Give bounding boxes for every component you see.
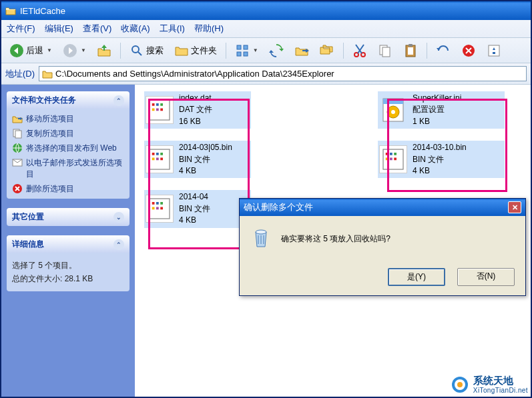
tasks-panel: 文件和文件夹任务 ⌃ 移动所选项目 复制所选项目 将选择的项目发布到 Web 以… xyxy=(7,91,129,199)
delete-icon xyxy=(12,183,23,194)
menu-view[interactable]: 查看(V) xyxy=(83,23,111,35)
back-button[interactable]: 后退 ▼ xyxy=(5,41,56,60)
task-move[interactable]: 移动所选项目 xyxy=(12,113,124,125)
svg-rect-17 xyxy=(15,131,21,138)
address-input[interactable]: C:\Documents and Settings\Administrator\… xyxy=(39,66,527,81)
chevron-down-icon: ▼ xyxy=(47,47,52,53)
svg-rect-50 xyxy=(386,158,388,161)
close-button[interactable]: ✕ xyxy=(508,201,521,213)
svg-rect-39 xyxy=(152,207,155,210)
task-email[interactable]: 以电子邮件形式发送所选项目 xyxy=(12,157,124,180)
separator xyxy=(343,43,344,59)
file-item[interactable]: SuperKiller.ini配置设置1 KB xyxy=(378,91,505,129)
move-to-button[interactable] xyxy=(290,41,313,60)
clipboard-icon xyxy=(403,43,418,58)
sidebar: 文件和文件夹任务 ⌃ 移动所选项目 复制所选项目 将选择的项目发布到 Web 以… xyxy=(1,85,135,397)
watermark-title: 系统天地 xyxy=(473,375,528,387)
menu-file[interactable]: 文件(F) xyxy=(7,23,35,35)
separator xyxy=(427,43,427,59)
svg-rect-22 xyxy=(152,103,155,106)
delete-icon xyxy=(461,43,476,58)
other-panel-header[interactable]: 其它位置 ⌄ xyxy=(7,208,129,226)
svg-rect-36 xyxy=(152,202,155,205)
undo-icon xyxy=(436,43,451,58)
task-publish[interactable]: 将选择的项目发布到 Web xyxy=(12,143,124,154)
cut-button[interactable] xyxy=(348,41,371,60)
collapse-icon: ⌃ xyxy=(113,95,124,106)
svg-rect-51 xyxy=(390,158,392,161)
move-icon xyxy=(12,113,23,124)
no-button[interactable]: 否(N) xyxy=(457,268,515,286)
task-label: 以电子邮件形式发送所选项目 xyxy=(26,157,124,180)
file-size: 16 KB xyxy=(179,116,212,127)
sync-button[interactable] xyxy=(265,41,288,60)
file-item[interactable]: index.datDAT 文件16 KB xyxy=(144,91,251,129)
mail-icon xyxy=(12,157,23,168)
svg-rect-30 xyxy=(156,153,159,155)
watermark-url: XiTongTianDi.net xyxy=(473,387,528,394)
menu-tools[interactable]: 工具(I) xyxy=(160,23,185,35)
menu-edit[interactable]: 编辑(E) xyxy=(45,23,73,35)
expand-icon: ⌄ xyxy=(113,212,124,223)
undo-button[interactable] xyxy=(432,41,455,60)
separator xyxy=(226,43,226,59)
svg-rect-38 xyxy=(160,202,163,205)
yes-button[interactable]: 是(Y) xyxy=(388,268,445,286)
sync-icon xyxy=(269,43,284,58)
other-title: 其它位置 xyxy=(12,211,44,223)
bin-file-icon xyxy=(146,145,174,173)
address-bar: 地址(D) C:\Documents and Settings\Administ… xyxy=(1,63,531,85)
scissors-icon xyxy=(352,43,367,58)
svg-rect-27 xyxy=(160,109,163,111)
task-delete[interactable]: 删除所选项目 xyxy=(12,183,124,195)
details-body: 选择了 5 个项目。 总的文件大小: 28.1 KB xyxy=(7,253,129,291)
details-size: 总的文件大小: 28.1 KB xyxy=(12,272,124,285)
svg-rect-33 xyxy=(156,158,159,161)
file-item[interactable]: 2014-03|05.binBIN 文件4 KB xyxy=(144,141,251,178)
svg-rect-31 xyxy=(160,153,163,155)
collapse-icon: ⌃ xyxy=(113,239,124,250)
copy-button[interactable] xyxy=(374,41,396,60)
copy-to-button[interactable] xyxy=(316,41,338,60)
dialog-message: 确实要将这 5 项放入回收站吗? xyxy=(281,233,390,245)
file-size: 4 KB xyxy=(413,165,467,177)
menu-help[interactable]: 帮助(H) xyxy=(194,23,224,35)
svg-rect-12 xyxy=(408,47,413,55)
views-icon xyxy=(235,43,250,58)
tasks-panel-header[interactable]: 文件和文件夹任务 ⌃ xyxy=(7,91,129,109)
folder-icon xyxy=(5,6,16,15)
title-bar[interactable]: IETldCache xyxy=(1,1,531,20)
file-item[interactable]: 2014-03-10.binBIN 文件4 KB xyxy=(378,141,505,178)
back-label: 后退 xyxy=(26,45,43,57)
folders-button[interactable]: 文件夹 xyxy=(170,41,221,60)
task-copy[interactable]: 复制所选项目 xyxy=(12,128,124,139)
file-type: BIN 文件 xyxy=(179,154,232,165)
dialog-titlebar[interactable]: 确认删除多个文件 ✕ xyxy=(240,199,525,216)
folder-icon xyxy=(42,69,53,79)
svg-rect-5 xyxy=(237,52,241,56)
dialog-body: 确实要将这 5 项放入回收站吗? xyxy=(240,216,525,261)
paste-button[interactable] xyxy=(399,41,422,60)
up-button[interactable] xyxy=(93,41,115,60)
svg-rect-6 xyxy=(244,52,248,56)
search-button[interactable]: 搜索 xyxy=(125,41,168,60)
file-name: 2014-04 xyxy=(179,191,210,203)
menu-favorites[interactable]: 收藏(A) xyxy=(121,23,150,35)
file-type: BIN 文件 xyxy=(179,203,210,215)
forward-button[interactable]: ▼ xyxy=(59,41,90,60)
properties-button[interactable] xyxy=(483,41,505,60)
search-label: 搜索 xyxy=(146,45,164,57)
task-label: 将选择的项目发布到 Web xyxy=(26,143,117,154)
details-panel-header[interactable]: 详细信息 ⌃ xyxy=(7,235,129,253)
dialog-buttons: 是(Y) 否(N) xyxy=(240,261,525,295)
file-size: 4 KB xyxy=(179,215,210,226)
delete-button[interactable] xyxy=(457,41,480,60)
task-label: 复制所选项目 xyxy=(26,128,74,139)
svg-rect-4 xyxy=(244,45,248,49)
svg-rect-13 xyxy=(409,44,413,47)
file-item[interactable]: 2014-04BIN 文件4 KB xyxy=(144,190,251,227)
views-button[interactable]: ▼ xyxy=(231,41,262,60)
folder-up-icon xyxy=(97,43,111,58)
watermark-icon xyxy=(451,375,469,394)
svg-rect-26 xyxy=(156,109,159,111)
